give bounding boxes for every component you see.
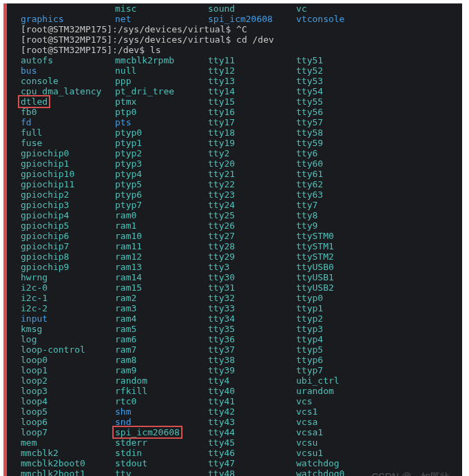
file-entry: ptyp7: [115, 200, 208, 210]
file-entry: tty25: [208, 210, 296, 220]
file-entry: tty30: [208, 272, 296, 282]
file-entry: ttyp4: [296, 334, 434, 344]
file-entry: tty59: [296, 138, 434, 148]
listing-row: loop-controlram7tty37ttyp5: [21, 344, 462, 355]
listing-row: loop6sndtty43vcsa: [21, 417, 462, 427]
listing-row: gpiochip6ram10tty27ttySTM0: [21, 231, 462, 241]
listing-row: gpiochip2ptyp6tty23tty63: [21, 189, 462, 200]
listing-row: gpiochip9ram13tty3ttyUSB0: [21, 262, 462, 272]
file-entry: ptyp4: [115, 169, 208, 179]
file-entry: ttyp7: [296, 365, 434, 375]
file-entry: hwrng: [21, 272, 115, 282]
file-entry: ram12: [115, 251, 208, 262]
file-entry: loop1: [21, 365, 115, 375]
file-entry: tty31: [208, 282, 296, 293]
file-entry: vcsu: [296, 437, 434, 448]
prompt-line[interactable]: [root@STM32MP175]:/sys/devices/virtual$ …: [21, 24, 462, 34]
file-entry: gpiochip11: [21, 179, 115, 189]
file-entry: tty51: [296, 55, 434, 65]
listing-row: fullptyp0tty18tty58: [21, 127, 462, 138]
file-entry: ptyp0: [115, 127, 208, 138]
listing-row: loop2randomtty4ubi_ctrl: [21, 375, 462, 386]
listing-row: cpu_dma_latencypt_dri_treetty14tty54: [21, 86, 462, 96]
listing-row: gpiochip4ram0tty25tty8: [21, 210, 462, 220]
file-entry: loop7: [21, 427, 115, 437]
file-entry: tty36: [208, 334, 296, 344]
listing-row: fdptstty17tty57: [21, 117, 462, 127]
file-entry: gpiochip7: [21, 241, 115, 251]
file-entry: fuse: [21, 138, 115, 148]
file-entry: tty33: [208, 303, 296, 313]
prompt-line[interactable]: [root@STM32MP175]:/sys/devices/virtual$ …: [21, 34, 462, 45]
file-entry: tty14: [208, 86, 296, 96]
file-entry: ttyp3: [296, 324, 434, 334]
listing-row: loop3rfkilltty40urandom: [21, 386, 462, 396]
listing-row: graphicsnetspi_icm20608vtconsole: [21, 14, 462, 24]
file-entry: gpiochip2: [21, 189, 115, 200]
file-entry: loop4: [21, 396, 115, 406]
file-entry: tty35: [208, 324, 296, 334]
file-entry: tty27: [208, 231, 296, 241]
file-entry: vtconsole: [296, 14, 434, 24]
terminal-content: miscsoundvcgraphicsnetspi_icm20608vtcons…: [7, 3, 462, 476]
file-entry: tty53: [296, 76, 434, 86]
file-entry: ptyp3: [115, 158, 208, 169]
file-entry: loop-control: [21, 344, 115, 355]
file-entry: tty7: [296, 200, 434, 210]
file-entry: ram0: [115, 210, 208, 220]
file-entry: loop2: [21, 375, 115, 386]
file-entry: i2c-1: [21, 293, 115, 303]
file-entry: tty56: [296, 107, 434, 117]
file-entry: ttyUSB2: [296, 282, 434, 293]
listing-row: gpiochip0ptyp2tty2tty6: [21, 148, 462, 158]
file-entry: ptmx: [115, 96, 208, 107]
listing-row: inputram4tty34ttyp2: [21, 313, 462, 324]
file-entry: ptyp5: [115, 179, 208, 189]
prompt-line[interactable]: [root@STM32MP175]:/dev$ ls: [21, 45, 462, 55]
listing-row: loop0ram8tty38ttyp6: [21, 355, 462, 365]
file-entry: tty19: [208, 138, 296, 148]
file-entry: vcsu1: [296, 448, 434, 458]
file-entry: gpiochip1: [21, 158, 115, 169]
terminal-window[interactable]: miscsoundvcgraphicsnetspi_icm20608vtcons…: [3, 3, 462, 476]
file-entry: rtc0: [115, 396, 208, 406]
file-entry: loop6: [21, 417, 115, 427]
file-entry: tty12: [208, 65, 296, 76]
file-entry: urandom: [296, 386, 434, 396]
listing-row: gpiochip11ptyp5tty22tty62: [21, 179, 462, 189]
file-entry: pts: [115, 117, 208, 127]
file-entry: ttyp2: [296, 313, 434, 324]
listing-row: logram6tty36ttyp4: [21, 334, 462, 344]
file-entry: tty22: [208, 179, 296, 189]
file-entry: tty41: [208, 396, 296, 406]
file-entry: tty: [115, 468, 208, 476]
file-entry: tty62: [296, 179, 434, 189]
file-entry: ttySTM2: [296, 251, 434, 262]
listing-row: loop1ram9tty39ttyp7: [21, 365, 462, 375]
listing-row: gpiochip1ptyp3tty20tty60: [21, 158, 462, 169]
file-entry: loop0: [21, 355, 115, 365]
file-entry: misc: [115, 3, 208, 14]
file-entry: ttyUSB0: [296, 262, 434, 272]
file-entry: tty16: [208, 107, 296, 117]
listing-row: kmsgram5tty35ttyp3: [21, 324, 462, 334]
listing-row: mmcblk2boot0stdouttty47watchdog: [21, 458, 462, 468]
file-entry: i2c-0: [21, 282, 115, 293]
file-entry: fd: [21, 117, 115, 127]
file-entry: tty34: [208, 313, 296, 324]
file-entry: tty20: [208, 158, 296, 169]
file-entry: full: [21, 127, 115, 138]
file-entry: ram1: [115, 220, 208, 231]
file-entry: tty38: [208, 355, 296, 365]
listing-row: autofsmmcblk2rpmbtty11tty51: [21, 55, 462, 65]
file-entry: gpiochip4: [21, 210, 115, 220]
file-entry: tty57: [296, 117, 434, 127]
file-entry: tty9: [296, 220, 434, 231]
file-entry: mmcblk2: [21, 448, 115, 458]
listing-row: loop5shmtty42vcs1: [21, 406, 462, 417]
listing-row: gpiochip8ram12tty29ttySTM2: [21, 251, 462, 262]
file-entry: [21, 3, 115, 14]
listing-row: fb0ptp0tty16tty56: [21, 107, 462, 117]
file-entry: tty28: [208, 241, 296, 251]
file-entry: stderr: [115, 437, 208, 448]
